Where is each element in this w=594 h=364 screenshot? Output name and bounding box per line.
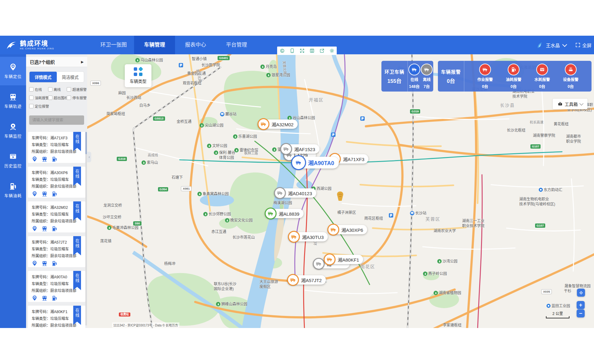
fuel-icon[interactable]	[52, 260, 57, 266]
mode-tab[interactable]: 详情模式	[29, 72, 57, 82]
map-label-text: 湖南省植物园	[439, 291, 461, 296]
avatar[interactable]	[535, 41, 543, 49]
truck-status-icon	[421, 64, 433, 75]
export-icon[interactable]	[319, 48, 325, 53]
locate-vehicle-icon[interactable]	[32, 191, 38, 197]
metro-icon: M	[410, 211, 414, 215]
settings-gear-icon[interactable]	[329, 48, 335, 53]
nav-tab[interactable]: 环卫一张图	[93, 36, 134, 54]
vehicle-track-icon[interactable]	[42, 295, 47, 301]
sidebar-item[interactable]: 车辆监控	[0, 116, 26, 145]
locate-vehicle-icon[interactable]	[32, 295, 38, 301]
keyword-search[interactable]	[29, 115, 84, 125]
map-label-text: 沙坪立交桥	[103, 215, 121, 220]
vehicle-card[interactable]: 车牌号码：湘A30XP6 车辆类型：垃圾压缩车 所属组织：厨余垃圾项目部 在线	[28, 167, 85, 198]
expand-right-icon[interactable]: ▶	[81, 60, 83, 64]
vehicle-track-icon[interactable]	[42, 260, 47, 266]
locate-vehicle-icon[interactable]	[32, 226, 38, 231]
checkbox-icon[interactable]	[67, 96, 71, 100]
road-shield: S50	[133, 221, 142, 226]
filter-checkbox[interactable]: 定位报警	[29, 104, 48, 109]
device-icon[interactable]	[290, 48, 295, 53]
save-icon[interactable]	[309, 48, 315, 53]
brand-logo: 鹤成环境 HE CHENG HUAN JING	[6, 40, 54, 50]
filter-checkbox[interactable]: 超速报警	[67, 87, 86, 92]
fuel-icon[interactable]	[52, 295, 57, 301]
fuel-icon[interactable]	[52, 156, 57, 162]
fuel-icon[interactable]	[52, 226, 57, 231]
scale-bar	[546, 316, 569, 318]
vehicle-list-panel: 已选7个组织 ▶ 详情模式简洁模式 在线 离线 超速报警 油耗报警	[26, 54, 87, 328]
poi-icon	[547, 304, 551, 308]
vehicle-marker[interactable]: 湘A57JT2	[287, 275, 326, 285]
filter-checkbox[interactable]: 超出围栏	[48, 95, 67, 100]
locate-button[interactable]	[577, 289, 585, 297]
sidebar-item[interactable]: 车辆油耗	[0, 176, 26, 204]
map-label: 毛栗冲森林公园	[107, 226, 138, 231]
filter-checkbox[interactable]: 油耗报警	[29, 95, 48, 100]
scrollbar-thumb[interactable]	[85, 132, 87, 154]
map-label: 文轩公园	[207, 144, 227, 149]
map-canvas[interactable]: 智通小镇 乌山森林公园 长沙医学院	[87, 54, 594, 328]
filter-checkbox[interactable]: 停车报警	[67, 95, 86, 100]
zoom-in-button[interactable]: +	[577, 301, 585, 309]
user-menu-chevron-icon[interactable]	[562, 42, 567, 47]
vehicle-marker[interactable]: 湘AL8839	[265, 209, 304, 218]
vehicle-card[interactable]: 车牌号码：湘A32M02 车辆类型：垃圾压缩车 所属组织：厨余垃圾项目部 在线	[28, 201, 85, 232]
map-label-text: 西湖公园	[317, 186, 331, 191]
park-icon	[135, 58, 140, 62]
vehicle-marker[interactable]: 湘AF1523	[281, 144, 319, 154]
org-label: 所属组织：	[32, 323, 50, 328]
plate-label: 车牌号码：	[32, 205, 50, 210]
filter-checkbox[interactable]: 离线	[48, 87, 67, 92]
nav-tab[interactable]: 车辆管理	[134, 36, 175, 54]
vehicle-card[interactable]: 车牌号码：湘A71XF3 车辆类型：垃圾压缩车 所属组织：厨余垃圾项目部 在线	[28, 132, 85, 163]
vehicle-marker[interactable]: 湘A30TU3	[288, 232, 328, 241]
crane-logo-icon	[6, 40, 17, 50]
zoom-reset-icon[interactable]	[280, 48, 285, 53]
vehicle-type-button[interactable]: 车辆类型	[125, 64, 151, 87]
checkbox-icon[interactable]	[48, 96, 52, 100]
checkbox-icon[interactable]	[29, 104, 34, 108]
map-label: M 麓谷站	[220, 112, 236, 117]
vehicle-marker[interactable]: 湘A90TA0	[291, 157, 339, 169]
checkbox-icon[interactable]	[48, 87, 52, 92]
stat-label: 油耗报警	[506, 76, 521, 82]
search-input[interactable]	[32, 118, 83, 123]
vehicle-track-icon[interactable]	[42, 226, 47, 231]
fullscreen-icon	[575, 42, 581, 48]
user-name[interactable]: 王水晶	[546, 42, 560, 48]
checkbox-icon[interactable]	[67, 87, 71, 92]
nav-tab[interactable]: 报表中心	[175, 36, 216, 54]
checkbox-icon[interactable]	[29, 96, 34, 100]
locate-vehicle-icon[interactable]	[32, 156, 38, 162]
fuel-icon[interactable]	[52, 191, 57, 197]
mode-tab[interactable]: 简洁模式	[57, 72, 84, 82]
nav-tab[interactable]: 平台管理	[216, 36, 257, 54]
zoom-out-button[interactable]: −	[577, 309, 585, 317]
fit-view-icon[interactable]	[299, 48, 305, 53]
panel-collapse-handle[interactable]: ‹	[87, 152, 91, 162]
park-icon	[225, 218, 229, 222]
vehicle-card[interactable]: 车牌号码：湘A57JT2 车辆类型：垃圾压缩车 所属组织：厨余垃圾项目部 在线	[28, 236, 85, 267]
vehicle-marker[interactable]: 湘A32M02	[258, 119, 298, 129]
vehicle-card[interactable]: 车牌号码：湘A90TA0 车辆类型：垃圾压缩车 所属组织：厨余垃圾项目部 在线	[28, 271, 85, 302]
vehicle-track-icon[interactable]	[42, 191, 47, 197]
vehicle-marker[interactable]: 湘AD40123	[274, 188, 316, 198]
sidebar-item[interactable]: 车辆轨迹	[0, 87, 26, 115]
vehicle-marker[interactable]: 湘A80KF1	[324, 255, 363, 264]
sidebar-item[interactable]: 历史监控	[0, 146, 26, 175]
checkbox-icon[interactable]	[29, 87, 34, 92]
toolbox-button[interactable]: 工具箱	[553, 99, 587, 109]
fullscreen-button[interactable]: 全屏	[575, 42, 592, 48]
sidebar-item[interactable]: 车辆定位	[0, 57, 26, 85]
map-label-text: 长沙市莲花山	[232, 235, 255, 240]
vehicle-track-icon[interactable]	[42, 156, 47, 162]
filter-checkbox[interactable]: 在线	[29, 87, 48, 92]
vehicle-marker[interactable]: 湘A30XP6	[328, 225, 367, 234]
vehicle-card[interactable]: 车牌号码：湘A80KF1 车辆类型：垃圾压缩车 所属组织：厨余垃圾项目部 在线	[28, 306, 85, 328]
locate-vehicle-icon[interactable]	[32, 260, 38, 266]
org-selector[interactable]: 已选7个组织 ▶	[26, 57, 87, 67]
panel-scrollbar[interactable]	[85, 132, 87, 326]
toolbox-icon	[558, 101, 563, 106]
